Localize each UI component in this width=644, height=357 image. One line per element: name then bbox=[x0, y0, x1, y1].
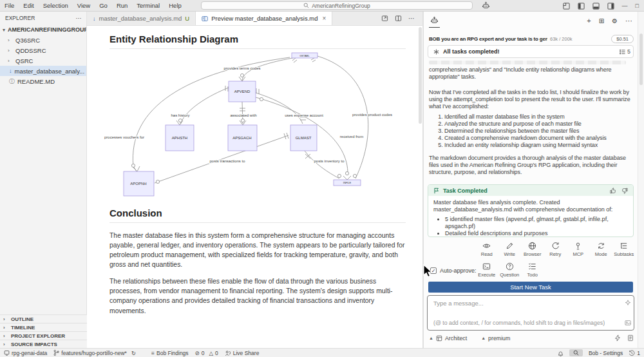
attach-image-icon[interactable] bbox=[625, 320, 631, 326]
todo-count: 5 bbox=[627, 48, 630, 55]
problems-indicator[interactable]: ⊘0 △0 bbox=[195, 350, 218, 356]
explorer-sidebar: EXPLORER ⋯ ▾ AMERICANREFININGGROUP › Q36… bbox=[0, 12, 87, 348]
auto-approve-control[interactable]: ✓ Auto-approve: bbox=[430, 267, 477, 274]
tool-subtasks[interactable]: Subtasks bbox=[612, 242, 636, 257]
history-indicator[interactable]: 1 bbox=[629, 350, 640, 356]
retry-icon bbox=[551, 242, 560, 250]
settings-gear-icon[interactable]: ⚙ bbox=[612, 17, 618, 24]
tasks-completed-banner[interactable]: All tasks completed! 5 bbox=[428, 45, 634, 58]
tab-markdown-preview[interactable]: Preview master_database_analysis.md × bbox=[196, 12, 332, 25]
lightning-icon[interactable] bbox=[614, 334, 621, 342]
menu-view[interactable]: View bbox=[73, 2, 95, 9]
menu-terminal[interactable]: Terminal bbox=[132, 2, 164, 9]
blurred-text-line bbox=[429, 61, 626, 64]
mode-selector[interactable]: Architect bbox=[445, 335, 467, 342]
message-input[interactable]: Type a message... (@ to add context, / f… bbox=[427, 295, 634, 331]
toggle-sidebar-icon[interactable] bbox=[578, 3, 585, 10]
menu-selection[interactable]: Selection bbox=[39, 2, 73, 9]
preview-icon bbox=[202, 15, 208, 22]
close-tab-icon[interactable]: × bbox=[323, 15, 327, 22]
section-project-explorer[interactable]: ›PROJECT EXPLORER bbox=[0, 331, 87, 340]
findings-icon: ≡ bbox=[151, 350, 155, 356]
tool-mode[interactable]: Mode bbox=[590, 242, 613, 257]
menu-help[interactable]: Help bbox=[164, 2, 186, 9]
new-task-icon[interactable]: + bbox=[587, 17, 591, 24]
sync-icon[interactable]: ↻ bbox=[131, 350, 136, 356]
explorer-more-icon[interactable]: ⋯ bbox=[76, 15, 82, 21]
settings-profile-item[interactable]: Bob - Settings bbox=[589, 350, 623, 356]
menu-go[interactable]: Go bbox=[95, 2, 112, 9]
live-share-item[interactable]: Live Share bbox=[225, 350, 260, 356]
panel-more-icon[interactable]: ⋯ bbox=[625, 17, 632, 25]
mode-expander-icon[interactable]: ▲ bbox=[429, 336, 433, 340]
tree-folder-qsrc[interactable]: › QSRC bbox=[0, 55, 86, 66]
git-branch-indicator[interactable]: features/hugo-portillo-new* ↻ bbox=[53, 349, 136, 356]
history-doc-icon[interactable] bbox=[627, 334, 634, 342]
tool-retry[interactable]: Retry bbox=[544, 242, 567, 257]
panel-scrollbar-thumb[interactable] bbox=[639, 34, 643, 85]
assistant-robot-icon[interactable] bbox=[482, 1, 490, 10]
customize-layout-icon[interactable] bbox=[563, 3, 570, 10]
tree-root-folder[interactable]: ▾ AMERICANREFININGGROUP bbox=[0, 24, 86, 35]
section-outline[interactable]: ›OUTLINE bbox=[0, 314, 87, 323]
menu-edit[interactable]: Edit bbox=[19, 2, 38, 9]
open-preview-side-icon[interactable] bbox=[381, 15, 388, 22]
search-mode-indicator[interactable] bbox=[569, 349, 583, 356]
tree-file-readme[interactable]: ⓘ README.MD bbox=[0, 76, 86, 86]
section-timeline[interactable]: ›TIMELINE bbox=[0, 323, 87, 331]
editor-scrollbar[interactable] bbox=[419, 27, 422, 124]
thumbs-up-icon[interactable] bbox=[610, 188, 616, 194]
tool-todo[interactable]: Todo bbox=[521, 262, 544, 278]
entity-apvend: APVEND bbox=[234, 90, 251, 93]
notification-bell-icon[interactable] bbox=[558, 350, 564, 356]
markdown-file-icon: ↓ bbox=[93, 15, 96, 22]
marketplace-icon[interactable]: ⊞ bbox=[599, 17, 604, 24]
restore-button[interactable]: □ bbox=[636, 3, 639, 9]
assistant-paragraph-bottom: The markdown document provides a thoroug… bbox=[429, 155, 634, 176]
live-share-icon bbox=[225, 350, 231, 356]
subtasks-icon bbox=[620, 242, 628, 250]
split-editor-icon[interactable] bbox=[395, 15, 402, 22]
tree-folder-q36src[interactable]: › Q36SRC bbox=[0, 35, 86, 45]
rel-posts-inventory-to: posts inventory to bbox=[314, 159, 345, 163]
input-hint: (@ to add context, / for commands, hold … bbox=[433, 320, 627, 326]
chevron-right-icon: › bbox=[8, 37, 13, 43]
command-center-search[interactable]: AmericanRefiningGroup bbox=[201, 1, 473, 10]
tool-browser[interactable]: Browser bbox=[521, 242, 544, 257]
model-selector[interactable]: premium bbox=[488, 335, 510, 342]
tree-folder-qddssrc[interactable]: › QDDSSRC bbox=[0, 45, 86, 55]
tool-execute[interactable]: Execute bbox=[475, 262, 498, 278]
assistant-tab-robot-icon[interactable] bbox=[429, 14, 440, 28]
start-new-task-button[interactable]: Start New Task bbox=[428, 282, 633, 293]
bob-findings-item[interactable]: ≡ Bob Findings bbox=[151, 350, 189, 356]
menu-run[interactable]: Run bbox=[112, 2, 132, 9]
tool-write[interactable]: Write bbox=[498, 242, 522, 257]
model-expander-icon[interactable]: ▲ bbox=[481, 336, 486, 340]
section-source-impacts[interactable]: ›SOURCE IMPACTS bbox=[0, 340, 87, 348]
editor-more-actions-icon[interactable]: ⋯ bbox=[408, 15, 415, 22]
chevron-down-icon: ▾ bbox=[3, 27, 5, 33]
thumbs-down-icon[interactable] bbox=[621, 188, 628, 194]
tree-file-selected[interactable]: ↓ master_database_analy... U bbox=[0, 66, 86, 76]
chevron-right-icon: › bbox=[8, 48, 13, 53]
toggle-panel-icon[interactable] bbox=[592, 3, 600, 10]
entity-infile: INFILE bbox=[343, 181, 352, 184]
tool-mcp[interactable]: MCP bbox=[567, 242, 590, 257]
tool-read[interactable]: Read bbox=[475, 242, 498, 257]
tool-question[interactable]: Question bbox=[498, 262, 522, 278]
task-header[interactable]: BOB you are an RPG expert and your task … bbox=[429, 34, 634, 44]
accomplishment-list: Identified all master database files in … bbox=[429, 113, 634, 149]
panel-scrollbar-gutter[interactable] bbox=[638, 12, 644, 348]
eye-icon bbox=[482, 242, 491, 250]
conclusion-paragraph-2: The relationships between these files en… bbox=[109, 276, 406, 315]
menu-file[interactable]: File bbox=[0, 2, 19, 9]
task-completed-title: Task Completed bbox=[443, 188, 488, 194]
entity-relationship-diagram: GSTABL APVEND APHSTH APSGACH GLMAST APOP… bbox=[97, 49, 419, 207]
git-status-badge: U bbox=[185, 15, 189, 22]
tab-markdown-file[interactable]: ↓ master_database_analysis.md U bbox=[87, 12, 196, 25]
remote-indicator[interactable]: rpg-genai-data bbox=[4, 350, 47, 356]
enhance-prompt-icon[interactable] bbox=[625, 300, 631, 306]
toggle-secondary-sidebar-icon[interactable] bbox=[607, 3, 614, 10]
minimize-button[interactable]: — bbox=[622, 3, 628, 9]
info-file-icon: ⓘ bbox=[9, 77, 15, 86]
